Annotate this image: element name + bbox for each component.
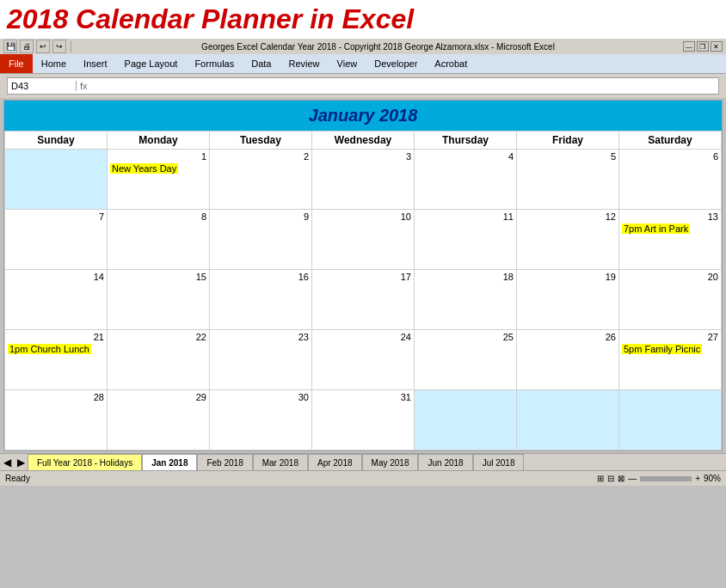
ribbon-tab-view[interactable]: View [329,54,366,73]
sheet-tab-jul-2018[interactable]: Jul 2018 [473,454,525,470]
calendar-day-cell[interactable]: 17 [312,270,415,330]
day-number: 5 [520,151,616,162]
calendar-day-cell[interactable]: 20 [619,270,722,330]
sheet-tab-jan-2018[interactable]: Jan 2018 [142,454,197,470]
ribbon-tab-insert[interactable]: Insert [75,54,116,73]
day-number: 18 [417,272,514,282]
sheet-tab-apr-2018[interactable]: Apr 2018 [308,454,362,470]
ribbon-tab-acrobat[interactable]: Acrobat [426,54,476,73]
redo-icon[interactable]: ↪ [52,40,66,53]
calendar-day-cell[interactable]: 5 [517,150,619,210]
calendar-day-cell[interactable]: 31 [312,390,415,450]
toolbar-icons: 💾 🖨 ↩ ↪ [3,40,73,53]
calendar-day-cell[interactable]: 8 [108,210,210,270]
tab-scroll-left[interactable]: ◀ [0,456,14,469]
event-label[interactable]: 1pm Church Lunch [8,344,91,354]
calendar-day-cell[interactable]: 15 [108,270,210,330]
cell-reference[interactable]: D43 [8,81,77,91]
zoom-out-button[interactable]: — [628,474,637,483]
event-label[interactable]: 7pm Art in Park [622,224,690,234]
calendar-day-header-saturday: Saturday [619,132,722,150]
day-number: 21 [8,332,104,342]
restore-button[interactable]: ❐ [697,41,709,52]
calendar-week-row: 14151617181920 [5,270,722,330]
calendar-day-cell[interactable]: 19 [517,270,619,330]
calendar-day-cell[interactable]: 23 [210,330,312,390]
ribbon-tab-formulas[interactable]: Formulas [186,54,243,73]
ribbon-tab-review[interactable]: Review [280,54,328,73]
calendar-day-cell[interactable]: 25 [415,330,517,390]
calendar-day-cell[interactable]: 137pm Art in Park [619,210,722,270]
event-label[interactable]: New Years Day [110,163,178,174]
calendar-week-row: 211pm Church Lunch2223242526275pm Family… [5,330,722,390]
day-number: 19 [520,272,616,282]
view-normal-icon[interactable]: ⊞ [597,474,604,483]
calendar-day-cell[interactable]: 7 [5,210,108,270]
undo-icon[interactable]: ↩ [36,40,50,53]
tab-scroll-right[interactable]: ▶ [14,456,28,469]
zoom-slider[interactable] [640,476,692,481]
day-number: 20 [622,272,718,282]
day-number: 24 [315,332,411,342]
calendar-day-cell[interactable]: 4 [415,150,517,210]
calendar-day-cell[interactable]: 12 [517,210,619,270]
calendar-day-header-wednesday: Wednesday [312,132,415,150]
sheet-tab-mar-2018[interactable]: Mar 2018 [253,454,308,470]
calendar-day-cell[interactable]: 6 [619,150,722,210]
calendar-day-cell[interactable]: 29 [108,390,210,450]
calendar-day-header-sunday: Sunday [5,132,108,150]
calendar-day-cell[interactable]: 275pm Family Picnic [619,330,722,390]
calendar-day-cell[interactable] [517,390,619,450]
ribbon-tab-page-layout[interactable]: Page Layout [116,54,187,73]
page-title: 2018 Calendar Planner in Excel [0,0,726,39]
calendar-week-row: 1New Years Day23456 [5,150,722,210]
calendar-day-cell[interactable] [5,150,108,210]
calendar-day-cell[interactable]: 22 [108,330,210,390]
print-icon[interactable]: 🖨 [20,40,34,53]
calendar-day-cell[interactable] [619,390,722,450]
zoom-level: 90% [704,474,721,483]
calendar-day-cell[interactable]: 3 [312,150,415,210]
day-number: 29 [110,392,206,402]
status-text: Ready [5,474,30,483]
ribbon-tab-data[interactable]: Data [243,54,280,73]
fx-label: fx [77,81,91,91]
calendar-day-cell[interactable]: 16 [210,270,312,330]
calendar-day-cell[interactable]: 14 [5,270,108,330]
calendar-day-cell[interactable]: 9 [210,210,312,270]
calendar-day-cell[interactable]: 211pm Church Lunch [5,330,108,390]
calendar-day-cell[interactable]: 18 [415,270,517,330]
close-button[interactable]: ✕ [711,41,723,52]
calendar-day-cell[interactable]: 28 [5,390,108,450]
sheet-tab-feb-2018[interactable]: Feb 2018 [197,454,252,470]
calendar-day-cell[interactable]: 1New Years Day [108,150,210,210]
calendar-day-cell[interactable] [415,390,517,450]
day-number: 13 [622,211,718,222]
day-number: 31 [315,392,411,402]
sheet-tab-full-year-2018---holidays[interactable]: Full Year 2018 - Holidays [28,454,142,470]
calendar-day-cell[interactable]: 26 [517,330,619,390]
view-page-icon[interactable]: ⊠ [618,474,624,483]
day-number: 14 [8,272,104,282]
ribbon-tab-home[interactable]: Home [33,54,75,73]
calendar-day-cell[interactable]: 11 [415,210,517,270]
calendar-day-cell[interactable]: 30 [210,390,312,450]
ribbon-tab-developer[interactable]: Developer [366,54,426,73]
sheet-tab-may-2018[interactable]: May 2018 [362,454,419,470]
view-layout-icon[interactable]: ⊟ [607,474,614,483]
ribbon-tabs: FileHomeInsertPage LayoutFormulasDataRev… [0,54,726,73]
calendar-day-header-monday: Monday [108,132,210,150]
day-number: 23 [212,332,309,342]
ribbon-tab-file[interactable]: File [0,54,33,73]
zoom-in-button[interactable]: + [695,474,700,483]
calendar-day-cell[interactable]: 10 [312,210,415,270]
save-icon[interactable]: 💾 [3,40,17,53]
minimize-button[interactable]: — [683,41,695,52]
window-filename: Georges Excel Calendar Year 2018 - Copyr… [201,42,555,52]
calendar-day-cell[interactable]: 2 [210,150,312,210]
sheet-tab-jun-2018[interactable]: Jun 2018 [418,454,472,470]
event-label[interactable]: 5pm Family Picnic [622,344,702,354]
calendar-container: January 2018 SundayMondayTuesdayWednesda… [3,100,723,451]
calendar-day-cell[interactable]: 24 [312,330,415,390]
day-number: 25 [417,332,514,342]
